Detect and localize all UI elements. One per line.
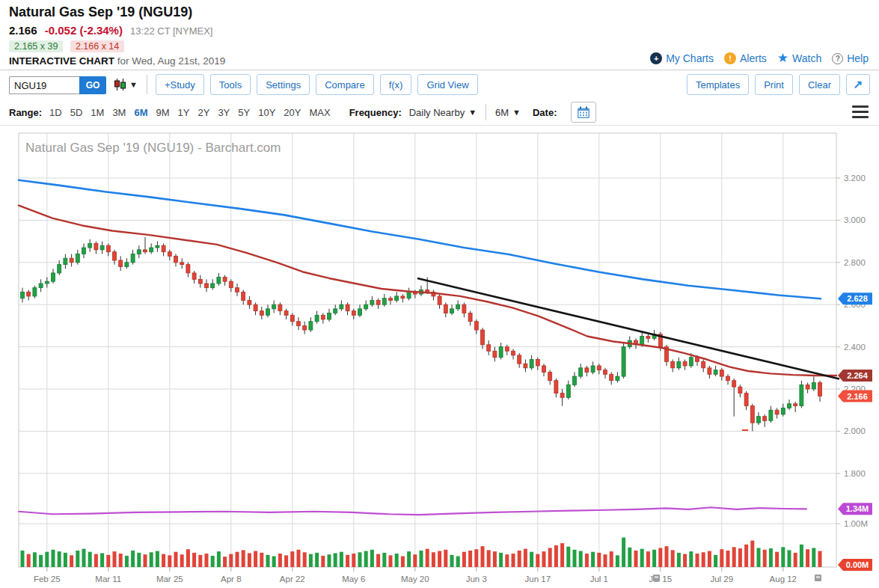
bid-ask-row: 2.165 x 39 2.166 x 14 (9, 40, 129, 52)
date-label: Date: (533, 107, 557, 118)
star-icon: ★ (777, 52, 788, 64)
compare-button[interactable]: Compare (316, 74, 373, 95)
clear-button[interactable]: Clear (799, 74, 840, 95)
quote-line: 2.166 -0.052 (-2.34%) 13:22 CT [NYMEX] (9, 24, 212, 37)
calendar-icon (577, 106, 590, 119)
range-options: 1D5D1M3M6M9M1Y2Y3Y5Y10Y20YMAX (49, 107, 339, 118)
range-option-5y[interactable]: 5Y (238, 107, 250, 118)
calendar-button[interactable] (571, 102, 596, 123)
svg-text:May 6: May 6 (342, 575, 365, 584)
range-option-9m[interactable]: 9M (156, 107, 170, 118)
svg-text:Jun 3: Jun 3 (466, 575, 487, 584)
range-option-max[interactable]: MAX (309, 107, 330, 118)
range-divider (486, 104, 486, 120)
toolbar-divider (147, 75, 147, 94)
header-link-help[interactable]: ?Help (832, 52, 869, 64)
period-select[interactable]: 6M ▼ (495, 107, 521, 118)
header-links: +My Charts!Alerts★Watch?Help (650, 52, 869, 64)
interactive-chart-label: INTERACTIVE CHART for Wed, Aug 21st, 201… (9, 55, 225, 67)
quote-time: 13:22 CT [NYMEX] (130, 25, 212, 37)
range-option-20y[interactable]: 20Y (284, 107, 301, 118)
chart-type-selector[interactable]: ▼ (114, 78, 138, 91)
range-option-3y[interactable]: 3Y (218, 107, 230, 118)
chart-watermark: Natural Gas Sep '19 (NGU19) - Barchart.c… (25, 141, 281, 155)
svg-text:1.00M: 1.00M (844, 519, 868, 528)
svg-text:Mar 11: Mar 11 (95, 575, 121, 584)
range-label: Range: (9, 107, 42, 118)
header-link-watch[interactable]: ★Watch (777, 52, 821, 64)
alert-icon: ! (724, 52, 736, 64)
svg-text:May 20: May 20 (401, 575, 429, 584)
tools-button[interactable]: Tools (210, 74, 251, 95)
quote-header: Natural Gas Sep '19 (NGU19) 2.166 -0.052… (0, 0, 879, 70)
price-axis-labels: 3.2003.0002.8002.6002.4002.2002.0001.800… (836, 174, 868, 528)
chart-date-label: for Wed, Aug 21st, 2019 (117, 55, 226, 67)
chevron-down-icon: ▼ (512, 108, 521, 117)
svg-text:2.628: 2.628 (847, 294, 868, 303)
range-option-1m[interactable]: 1M (91, 107, 104, 118)
svg-text:Jul 15: Jul 15 (649, 575, 672, 584)
svg-text:2.000: 2.000 (844, 426, 866, 435)
svg-text:2.400: 2.400 (844, 343, 866, 352)
svg-text:Apr 8: Apr 8 (221, 575, 242, 584)
barchart-interactive-chart-page: { "header": { "title": "Natural Gas Sep … (0, 0, 879, 588)
help-icon: ? (832, 53, 843, 64)
range-option-3m[interactable]: 3M (112, 107, 126, 118)
print-button[interactable]: Print (755, 74, 793, 95)
range-option-2y[interactable]: 2Y (197, 107, 209, 118)
range-option-5d[interactable]: 5D (70, 107, 83, 118)
candlestick-chart-icon (114, 78, 127, 91)
-study-button[interactable]: +Study (156, 74, 204, 95)
bid-chip: 2.165 x 39 (9, 40, 63, 52)
chart-menu-icon[interactable] (852, 105, 869, 118)
toolbar-right-buttons: TemplatesPrintClear↗ (687, 74, 870, 95)
svg-text:Aug 12: Aug 12 (770, 575, 797, 584)
go-button[interactable]: GO (79, 76, 106, 94)
svg-text:Mar 25: Mar 25 (156, 575, 183, 584)
svg-text:Feb 25: Feb 25 (34, 575, 61, 584)
range-bar: Range: 1D5D1M3M6M9M1Y2Y3Y5Y10Y20YMAX Fre… (0, 99, 879, 126)
range-option-10y[interactable]: 10Y (258, 107, 275, 118)
ask-chip: 2.166 x 14 (70, 40, 124, 52)
price-chart[interactable]: Natural Gas Sep '19 (NGU19) - Barchart.c… (0, 129, 879, 588)
plus-circle-icon: + (650, 52, 662, 64)
grid-view-button[interactable]: Grid View (417, 74, 477, 95)
frequency-select[interactable]: Daily Nearby ▼ (409, 107, 477, 118)
page-title: Natural Gas Sep '19 (NGU19) (9, 4, 192, 20)
plot-border (19, 133, 836, 567)
range-option-1d[interactable]: 1D (49, 107, 62, 118)
f-x--button[interactable]: f(x) (380, 74, 412, 95)
svg-text:1.800: 1.800 (844, 469, 866, 478)
svg-text:Jul 1: Jul 1 (590, 575, 608, 584)
last-price: 2.166 (9, 24, 37, 37)
price-change: -0.052 (-2.34%) (45, 24, 123, 37)
date-axis-labels: Feb 25Mar 11Mar 25Apr 8Apr 22May 6May 20… (34, 567, 797, 584)
svg-text:Jul 29: Jul 29 (710, 575, 733, 584)
svg-text:3.200: 3.200 (844, 174, 866, 183)
svg-text:2.800: 2.800 (844, 258, 866, 267)
chevron-down-icon: ▼ (468, 108, 477, 117)
header-link-alerts[interactable]: !Alerts (724, 52, 767, 64)
svg-text:1.34M: 1.34M (846, 504, 869, 513)
svg-text:Jun 17: Jun 17 (525, 575, 551, 584)
templates-button[interactable]: Templates (687, 74, 749, 95)
frequency-label: Frequency: (349, 107, 402, 118)
expand-chart-button[interactable]: ↗ (846, 74, 870, 95)
settings-button[interactable]: Settings (257, 74, 310, 95)
symbol-input[interactable] (9, 76, 88, 94)
chart-toolbar: GO ▼ +StudyToolsSettingsComparef(x)Grid … (0, 70, 879, 99)
range-option-1y[interactable]: 1Y (178, 107, 190, 118)
chevron-down-icon: ▼ (129, 80, 138, 89)
svg-text:0.00M: 0.00M (846, 560, 869, 569)
svg-text:2.166: 2.166 (847, 392, 868, 401)
svg-text:2.264: 2.264 (847, 371, 868, 380)
range-option-6m[interactable]: 6M (134, 107, 147, 118)
chart-area: Natural Gas Sep '19 (NGU19) - Barchart.c… (0, 129, 879, 588)
svg-text:Apr 22: Apr 22 (280, 575, 305, 584)
header-link-my-charts[interactable]: +My Charts (650, 52, 714, 64)
toolbar-buttons: +StudyToolsSettingsComparef(x)Grid View (156, 74, 478, 95)
svg-text:3.000: 3.000 (844, 215, 866, 224)
watermark: Natural Gas Sep '19 (NGU19) - Barchart.c… (25, 141, 281, 155)
